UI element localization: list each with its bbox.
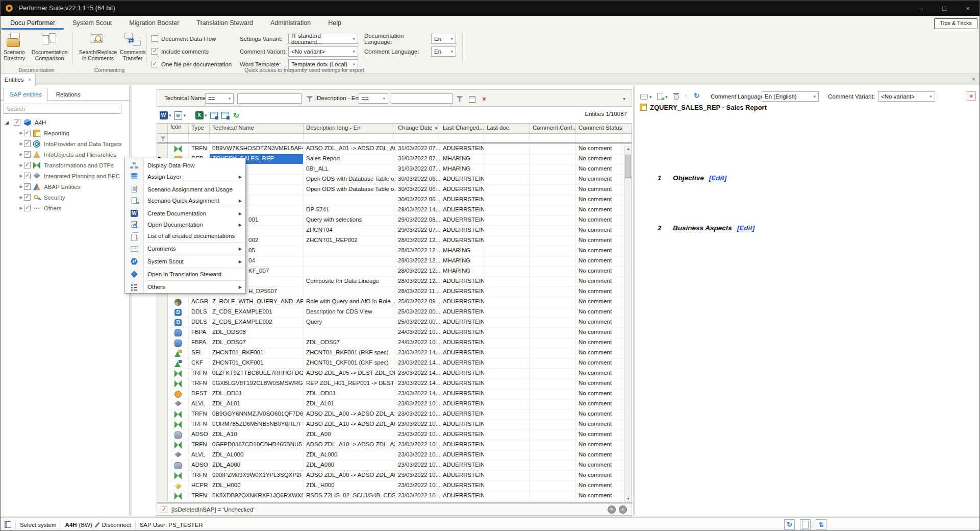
cell-technical-name[interactable]: ZDL_OD01	[210, 389, 304, 399]
menu-item[interactable]: Open Documentation ▶	[125, 219, 245, 230]
close-panel-icon[interactable]: ×	[967, 91, 976, 101]
tree-item[interactable]: ▶ Transformations and DTPs	[1, 160, 129, 171]
cell-technical-name[interactable]: ZDL_H000	[210, 481, 304, 491]
upload-comment-icon[interactable]: ↑	[684, 92, 688, 100]
splitter[interactable]	[129, 85, 132, 516]
cell-technical-name[interactable]: Z_CDS_EXAMPLE001	[210, 307, 304, 318]
filter-dialog-icon[interactable]	[466, 93, 478, 105]
grid-auto-filter-row[interactable]	[157, 134, 632, 144]
sidebar-tab[interactable]: SAP entities	[3, 88, 48, 102]
cell-technical-name[interactable]: 0GFPD0367CD10CBHD465BNU5	[210, 440, 304, 450]
table-row[interactable]: ▶ HCPR ZDL_H000 ZDL_H000 23/03/2022 10..…	[157, 481, 632, 491]
expander-icon[interactable]: ▶	[19, 163, 23, 167]
cell-technical-name[interactable]: ZDL_A10	[210, 430, 304, 440]
cell-technical-name[interactable]: ZDL_ODS07	[210, 338, 304, 348]
tab-close-icon[interactable]: ×	[28, 77, 31, 83]
checkbox[interactable]	[24, 194, 31, 201]
table-row[interactable]: ▶ ACGR Z_ROLE_WITH_QUERY_AND_AF Role wit…	[157, 297, 632, 307]
checkbox[interactable]	[14, 119, 20, 126]
menu-item[interactable]: System Scout ▶	[125, 256, 245, 267]
table-row[interactable]: ▶ FBPA ZDL_ODS07 ZDL_ODS07 24/03/2022 10…	[157, 338, 632, 348]
filter-preset-dropdown-icon[interactable]: ▾	[623, 96, 625, 102]
menu-item[interactable]: Open in Translation Steward ▶	[125, 269, 245, 280]
menu-item[interactable]: Display Data Flow ▶	[125, 160, 245, 171]
cell-technical-name[interactable]: ZHCNT01_CKF001	[210, 358, 304, 369]
comment-edit-icon[interactable]	[656, 92, 664, 101]
expander-icon[interactable]: ▶	[19, 174, 23, 178]
column-header-last-changed[interactable]: Last Changed...	[440, 124, 484, 133]
ribbon-tab[interactable]: Migration Booster	[120, 17, 188, 30]
ribbon-tab[interactable]: Administration	[262, 17, 319, 30]
footer-filter-checkbox[interactable]	[161, 506, 167, 513]
cell-technical-name[interactable]: ZDL_ODS08	[210, 328, 304, 338]
save-grid-layout-button[interactable]	[210, 111, 218, 120]
menu-item[interactable]: List of all created documentations ▶	[125, 230, 245, 242]
table-row[interactable]: ▶ TRFN 0B9VW7KSHOSDTZN3VMEL5AF4 ADSO ZDL…	[157, 144, 632, 154]
load-grid-layout-button[interactable]	[221, 111, 230, 120]
comment-icon[interactable]	[640, 92, 648, 101]
menu-item[interactable]: Others ▶	[125, 281, 245, 293]
checkbox[interactable]	[24, 130, 31, 136]
table-row[interactable]: ▶ TRFN 0GXBLGV8T192CL8W0SMSWRGF REP ZDL_…	[157, 379, 632, 389]
table-row[interactable]: ▶ SEL ZHCNT01_RKF001 ZHCNT01_RKF001 (RKF…	[157, 348, 632, 358]
cell-technical-name[interactable]: 0B9GGY6NNMZJV0SO601QF7D6	[210, 409, 304, 420]
table-row[interactable]: ▶ DDLS Z_CDS_EXAMPLE001 Description for …	[157, 307, 632, 318]
table-row[interactable]: ▶ DEST ZDL_OD01 ZDL_OD01 23/03/2022 14..…	[157, 389, 632, 399]
scenario-directory-button[interactable]: Scenario Directory	[2, 32, 27, 67]
sidebar-tab[interactable]: Relations	[50, 88, 87, 101]
tab-entities[interactable]: Entities ×	[1, 74, 36, 85]
edit-filter-circle-icon[interactable]: ✎	[608, 505, 616, 514]
minimize-button[interactable]: –	[909, 1, 933, 16]
scroll-up-icon[interactable]: ▲	[625, 146, 632, 153]
delete-comment-icon[interactable]	[672, 92, 681, 101]
scroll-down-icon[interactable]: ▼	[625, 495, 632, 502]
cell-technical-name[interactable]: 0GXBLGV8T192CL8W0SMSWRGF	[210, 379, 304, 389]
dropdown-arrow-icon[interactable]: ▾	[665, 94, 668, 100]
cell-technical-name[interactable]: Z_ROLE_WITH_QUERY_AND_AF	[210, 297, 304, 307]
column-header-change-date[interactable]: Change Date ▼	[395, 124, 440, 133]
ribbon-tab[interactable]: Help	[319, 17, 350, 30]
select-system-button[interactable]: Select system	[20, 522, 57, 528]
menu-item[interactable]: Comments ▶	[125, 243, 245, 254]
checkbox[interactable]	[24, 140, 31, 147]
menu-item[interactable]: Create Documentation ▶	[125, 208, 245, 219]
column-header-last-doc[interactable]: Last doc.	[484, 124, 530, 133]
apply-filter-icon[interactable]	[454, 93, 465, 105]
column-header-technical-name[interactable]: Technical Name	[210, 124, 304, 133]
cell-technical-name[interactable]: ZDL_AL000	[210, 450, 304, 461]
column-header-description[interactable]: Description long - En	[304, 124, 395, 133]
ribbon-tab[interactable]: Translation Steward	[188, 17, 262, 30]
tree-item[interactable]: ▶ ABAP Entities	[1, 181, 129, 192]
expander-icon[interactable]: ▶	[19, 195, 23, 200]
expander-icon[interactable]: ▶	[19, 141, 23, 146]
clear-filter-icon[interactable]: ×	[479, 93, 490, 105]
comment-language-dropdown[interactable]: En (English)	[762, 91, 819, 102]
tree-item[interactable]: ▶ InfoProvider and Data Targets	[1, 138, 129, 149]
open-word-doc-button[interactable]: w	[174, 111, 183, 120]
tree-item[interactable]: ▶ Security	[1, 192, 129, 203]
connection-pen-icon[interactable]	[94, 522, 99, 527]
table-row[interactable]: ▶ TRFN 000IPZM09X9W0X1YPL3SQXP2F ADSO ZD…	[157, 471, 632, 481]
panel-layout-icon[interactable]	[5, 521, 11, 528]
sync-comment-icon[interactable]: ↻	[694, 92, 699, 100]
edit-business-aspects-link[interactable]: [Edit]	[737, 224, 755, 232]
table-row[interactable]: ▶ FBPA ZDL_ODS08 24/03/2022 10... ADUERR…	[157, 328, 632, 338]
column-header-icon[interactable]: Icon	[168, 124, 189, 133]
dropdown-arrow-icon[interactable]: ▾	[205, 113, 207, 118]
checkbox[interactable]	[152, 35, 158, 42]
menu-item[interactable]: Scenario Assignment and Usage ▶	[125, 184, 245, 195]
ribbon-tab[interactable]: System Scout	[64, 17, 120, 30]
edit-filter-icon[interactable]	[304, 93, 315, 105]
create-word-doc-button[interactable]: W	[159, 111, 168, 120]
column-header-comment-status[interactable]: Comment Status	[576, 124, 622, 133]
cell-technical-name[interactable]: 0B9VW7KSHOSDTZN3VMEL5AF4	[210, 144, 304, 154]
filter-value1-input[interactable]	[237, 93, 301, 104]
field-dropdown[interactable]: IT standard document...	[288, 34, 358, 44]
disconnect-button[interactable]: Disconnect	[102, 522, 131, 528]
tree-item[interactable]: ▶ Reporting	[1, 128, 129, 138]
menu-item[interactable]: Scenario Quick Assignment ▶	[125, 195, 245, 206]
log-document-button[interactable]	[800, 519, 811, 530]
table-row[interactable]: ▶ TRFN 0B9GGY6NNMZJV0SO601QF7D6 ADSO ZDL…	[157, 409, 632, 420]
table-row[interactable]: ▶ ALVL ZDL_AL000 ZDL_AL000 23/03/2022 10…	[157, 450, 632, 461]
dropdown-arrow-icon[interactable]: ▾	[649, 94, 652, 100]
